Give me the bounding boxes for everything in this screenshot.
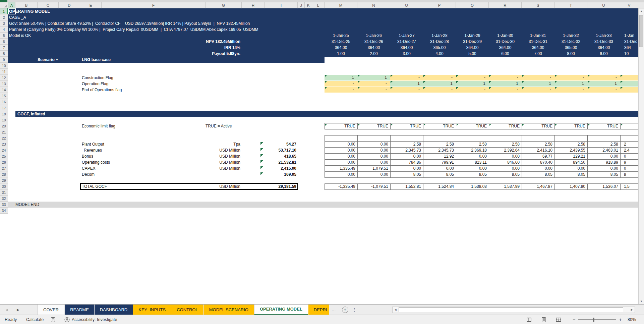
row-header-20[interactable]: 20 xyxy=(0,123,8,129)
flag-cell[interactable]: - xyxy=(390,87,423,93)
row-header-25[interactable]: 25 xyxy=(0,153,8,159)
econ-limit-label[interactable]: Economic limit flag xyxy=(82,123,115,129)
more-tabs-icon[interactable]: … xyxy=(330,305,338,315)
total-cell[interactable]: 1,552.81 xyxy=(390,183,423,190)
unit-label[interactable]: USD Million xyxy=(206,159,240,165)
row-header-16[interactable]: 16 xyxy=(0,99,8,105)
timeline-cell[interactable]: 364.00 xyxy=(522,45,554,51)
data-cell-clipped[interactable]: 2 xyxy=(620,141,639,148)
row-header-5[interactable]: 5 xyxy=(0,33,8,39)
data-cell-clipped[interactable]: 9 xyxy=(620,159,639,166)
row-header-12[interactable]: 12 xyxy=(0,75,8,81)
line-item-label[interactable]: Revenues xyxy=(84,147,102,153)
data-cell[interactable]: 0.00 xyxy=(325,153,358,160)
overflow-menu-icon[interactable]: ⋮ xyxy=(348,305,361,315)
data-cell[interactable]: 870.40 xyxy=(522,159,555,166)
line-item-label[interactable]: Bonus xyxy=(82,153,93,159)
row-header-7[interactable]: 7 xyxy=(0,45,8,51)
total-cell[interactable]: 1,467.87 xyxy=(522,183,555,190)
data-cell[interactable]: 0.00 xyxy=(357,147,391,154)
column-header-I[interactable]: I xyxy=(265,2,298,8)
timeline-cell-clipped[interactable]: 31-Dec xyxy=(620,39,638,45)
unit-label[interactable]: USD Million xyxy=(206,165,240,171)
data-cell[interactable]: 2,369.18 xyxy=(456,147,489,154)
data-cell[interactable]: 2.58 xyxy=(489,141,522,148)
data-cell[interactable]: 784.86 xyxy=(390,159,423,166)
column-header-Q[interactable]: Q xyxy=(456,2,489,8)
timeline-cell[interactable]: 1-Jan-29 xyxy=(456,33,489,39)
data-cell[interactable]: 0.00 xyxy=(325,141,358,148)
row-header-32[interactable]: 32 xyxy=(0,196,8,202)
sheet-tab-cover[interactable]: COVER xyxy=(38,305,64,315)
row-header-14[interactable]: 14 xyxy=(0,87,8,93)
line-item-label[interactable]: Operating costs xyxy=(82,159,110,165)
unit-label[interactable]: USD Million xyxy=(206,153,240,159)
empty-cell-clipped[interactable] xyxy=(620,135,639,142)
data-cell[interactable]: 2.58 xyxy=(456,141,489,148)
column-header-S[interactable]: S xyxy=(522,2,554,8)
scroll-left-icon[interactable]: ◀ xyxy=(393,307,398,313)
timeline-cell[interactable]: 31-Dec-30 xyxy=(489,39,522,45)
data-cell-clipped[interactable]: 0 xyxy=(620,165,639,172)
data-cell[interactable]: 2,345.73 xyxy=(423,147,456,154)
flag-cell[interactable]: - xyxy=(456,87,489,93)
row-header-19[interactable]: 19 xyxy=(0,117,8,123)
flag-cell[interactable]: - xyxy=(456,75,489,80)
horizontal-scroll-thumb[interactable] xyxy=(399,307,623,312)
data-cell[interactable]: 0.00 xyxy=(423,165,456,172)
econ-limit-cell-clipped[interactable] xyxy=(620,123,639,129)
data-cell[interactable]: 8.05 xyxy=(423,171,456,178)
timeline-cell[interactable]: 31-Dec-32 xyxy=(554,39,587,45)
timeline-cell[interactable]: 3.00 xyxy=(390,51,423,57)
timeline-cell[interactable]: 4.00 xyxy=(423,51,456,57)
data-cell[interactable]: 0.00 xyxy=(456,165,489,172)
row-header-3[interactable]: 3 xyxy=(0,20,8,26)
total-cell[interactable]: 1,537.99 xyxy=(489,183,522,190)
zoom-out-icon[interactable]: − xyxy=(573,315,576,324)
new-sheet-button[interactable]: + xyxy=(342,307,348,313)
scenario-filter[interactable]: Scenario ▼ xyxy=(15,57,58,63)
column-header-E[interactable]: E xyxy=(80,2,102,8)
data-cell[interactable]: 1,079.51 xyxy=(357,165,391,172)
sheet-tab-operating-model[interactable]: OPERATING MODEL xyxy=(254,305,308,315)
empty-cell[interactable] xyxy=(587,135,621,142)
flag-cell-clipped[interactable] xyxy=(620,87,638,93)
line-item-label[interactable]: Plant Output xyxy=(82,141,104,147)
data-cell[interactable]: 8.05 xyxy=(489,171,522,178)
zoom-slider-track[interactable] xyxy=(578,319,616,320)
data-cell[interactable]: 69.77 xyxy=(522,153,555,160)
empty-cell[interactable] xyxy=(456,135,489,142)
data-cell[interactable]: 2,392.64 xyxy=(489,147,522,154)
row-header-17[interactable]: 17 xyxy=(0,105,8,111)
timeline-cell[interactable]: 1-Jan-31 xyxy=(522,33,554,39)
flag-cell[interactable]: - xyxy=(325,87,357,93)
row-total-value[interactable]: 53,717.10 xyxy=(265,147,296,153)
column-header-U[interactable]: U xyxy=(587,2,620,8)
sheet-tab-control[interactable]: CONTROL xyxy=(171,305,203,315)
row-header-18[interactable]: 18 xyxy=(0,111,8,117)
total-cell[interactable]: 1,407.80 xyxy=(554,183,588,190)
data-cell[interactable]: 2,416.10 xyxy=(522,147,555,154)
column-header-L[interactable]: L xyxy=(312,2,325,8)
row-header-26[interactable]: 26 xyxy=(0,159,8,165)
econ-limit-cell[interactable]: TRUE xyxy=(489,123,522,129)
flag-cell[interactable]: 1 xyxy=(587,81,620,87)
sheet-tab-depri[interactable]: DEPRI xyxy=(308,305,329,315)
select-all-button[interactable] xyxy=(0,2,8,8)
row-header-23[interactable]: 23 xyxy=(0,141,8,147)
econ-limit-cell[interactable]: TRUE xyxy=(390,123,423,129)
column-header-H[interactable]: H xyxy=(242,2,265,8)
timeline-cell-clipped[interactable]: 364 xyxy=(620,45,638,51)
row-header-13[interactable]: 13 xyxy=(0,81,8,87)
data-cell[interactable]: 0.00 xyxy=(456,153,489,160)
line-item-label[interactable]: Decom xyxy=(82,171,95,177)
row-header-30[interactable]: 30 xyxy=(0,183,8,190)
timeline-cell[interactable]: 364.00 xyxy=(357,45,390,51)
empty-cell[interactable] xyxy=(357,135,391,142)
flag-cell[interactable]: - xyxy=(423,75,456,80)
data-cell[interactable]: 8.05 xyxy=(587,171,621,178)
row-header-9[interactable]: 9 xyxy=(0,57,8,63)
row-total-value[interactable]: 418.65 xyxy=(265,153,296,159)
zoom-slider-thumb[interactable] xyxy=(593,318,594,322)
flag-cell[interactable]: 1 xyxy=(522,81,554,87)
